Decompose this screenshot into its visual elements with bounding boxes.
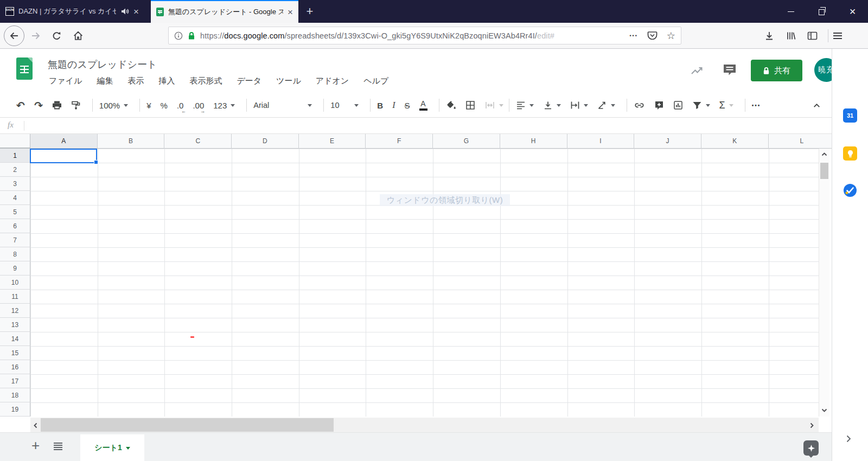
insert-chart-button[interactable]	[673, 100, 683, 110]
scroll-up-icon[interactable]	[821, 152, 827, 157]
window-minimize-button[interactable]	[775, 0, 806, 23]
tasks-icon[interactable]	[843, 183, 857, 197]
sheets-logo-icon[interactable]	[16, 57, 33, 80]
selected-cell-a1[interactable]	[30, 149, 97, 163]
undo-button[interactable]: ↶	[16, 100, 25, 111]
window-close-button[interactable]: ×	[837, 0, 868, 23]
cells-area[interactable]	[30, 149, 819, 417]
row-header-11[interactable]: 11	[0, 290, 30, 304]
column-header-I[interactable]: I	[567, 134, 635, 149]
select-all-corner[interactable]	[0, 134, 30, 149]
fill-color-button[interactable]	[446, 100, 456, 110]
menu-編集[interactable]: 編集	[97, 76, 113, 86]
merge-cells-button[interactable]	[484, 100, 503, 110]
text-wrap-button[interactable]	[570, 101, 588, 110]
new-tab-button[interactable]: +	[298, 0, 321, 23]
row-header-15[interactable]: 15	[0, 346, 30, 360]
format-percent-button[interactable]: %	[161, 101, 168, 110]
row-header-8[interactable]: 8	[0, 247, 30, 261]
close-tab-icon[interactable]: ×	[288, 8, 293, 17]
row-header-18[interactable]: 18	[0, 388, 30, 402]
fill-handle[interactable]	[94, 160, 98, 164]
column-header-G[interactable]: G	[433, 134, 500, 149]
column-header-F[interactable]: F	[366, 134, 433, 149]
bookmark-star-icon[interactable]: ☆	[667, 31, 675, 41]
filter-button[interactable]	[692, 101, 710, 110]
zoom-select[interactable]: 100%	[99, 101, 128, 110]
more-toolbar-button[interactable]: •••	[752, 103, 761, 108]
menu-ヘルプ[interactable]: ヘルプ	[363, 76, 388, 86]
print-button[interactable]	[52, 100, 62, 110]
font-size-select[interactable]: 10	[330, 101, 359, 110]
column-header-C[interactable]: C	[164, 134, 232, 149]
menu-表示[interactable]: 表示	[127, 76, 144, 86]
scroll-down-icon[interactable]	[821, 408, 827, 413]
redo-button[interactable]: ↷	[34, 100, 43, 111]
insert-link-button[interactable]	[634, 100, 645, 110]
column-header-D[interactable]: D	[232, 134, 299, 149]
scroll-right-icon[interactable]	[809, 422, 814, 428]
paint-format-button[interactable]	[71, 100, 81, 110]
insert-comment-button[interactable]	[654, 100, 664, 110]
browser-tab-sheets-active[interactable]: 無題のスプレッドシート - Google ス ×	[151, 0, 298, 23]
vertical-align-button[interactable]	[543, 101, 561, 110]
library-icon[interactable]	[786, 31, 796, 41]
page-actions-icon[interactable]: •••	[629, 33, 637, 39]
document-title[interactable]: 無題のスプレッドシート	[48, 58, 157, 71]
all-sheets-button[interactable]	[53, 442, 63, 451]
reload-button[interactable]	[52, 31, 62, 41]
column-header-E[interactable]: E	[299, 134, 366, 149]
home-button[interactable]	[73, 30, 84, 41]
formula-bar[interactable]: fx	[0, 118, 832, 134]
add-sheet-button[interactable]: +	[31, 437, 40, 454]
column-header-J[interactable]: J	[634, 134, 701, 149]
row-header-10[interactable]: 10	[0, 276, 30, 290]
text-color-button[interactable]: A	[419, 100, 427, 111]
column-header-L[interactable]: L	[769, 134, 832, 149]
row-header-19[interactable]: 19	[0, 402, 30, 417]
menu-アドオン[interactable]: アドオン	[316, 76, 349, 86]
sidebars-icon[interactable]	[807, 31, 818, 40]
forward-button[interactable]	[30, 30, 41, 41]
row-header-9[interactable]: 9	[0, 261, 30, 276]
vertical-scrollbar[interactable]	[819, 149, 829, 417]
bold-button[interactable]: B	[377, 101, 383, 110]
url-text[interactable]: https://docs.google.com/spreadsheets/d/1…	[200, 31, 624, 40]
font-family-select[interactable]: Arial	[253, 101, 312, 110]
row-header-4[interactable]: 4	[0, 191, 30, 205]
scroll-left-icon[interactable]	[33, 422, 38, 428]
horizontal-align-button[interactable]	[516, 101, 534, 110]
pocket-icon[interactable]	[647, 31, 658, 40]
row-header-2[interactable]: 2	[0, 163, 30, 177]
keep-icon[interactable]	[843, 146, 857, 161]
decrease-decimal-button[interactable]: .0←	[177, 101, 184, 110]
https-lock-icon[interactable]	[188, 31, 195, 40]
row-header-7[interactable]: 7	[0, 233, 30, 247]
row-header-1[interactable]: 1	[0, 149, 30, 163]
row-header-6[interactable]: 6	[0, 219, 30, 233]
row-header-17[interactable]: 17	[0, 374, 30, 388]
text-rotation-button[interactable]	[597, 101, 615, 110]
explore-button[interactable]	[803, 440, 819, 456]
column-header-A[interactable]: A	[30, 134, 98, 149]
menu-ファイル[interactable]: ファイル	[49, 76, 82, 86]
format-currency-button[interactable]: ¥	[146, 101, 151, 110]
increase-decimal-button[interactable]: .00→	[193, 101, 204, 110]
menu-表示形式[interactable]: 表示形式	[189, 76, 222, 86]
row-header-14[interactable]: 14	[0, 332, 30, 346]
strikethrough-button[interactable]: S	[404, 101, 410, 110]
url-bar[interactable]: https://docs.google.com/spreadsheets/d/1…	[168, 27, 681, 44]
window-restore-button[interactable]	[806, 0, 837, 23]
row-header-12[interactable]: 12	[0, 304, 30, 318]
comment-history-icon[interactable]	[723, 63, 737, 76]
collapse-panel-icon[interactable]	[846, 435, 851, 443]
close-tab-icon[interactable]: ×	[133, 7, 139, 16]
row-header-13[interactable]: 13	[0, 318, 30, 332]
tab-audio-icon[interactable]	[120, 8, 129, 15]
calendar-icon[interactable]: 31	[843, 108, 857, 123]
more-formats-button[interactable]: 123	[213, 101, 235, 110]
menu-データ[interactable]: データ	[237, 76, 261, 86]
menu-ツール[interactable]: ツール	[276, 76, 301, 86]
browser-tab-dazn[interactable]: DAZN DAZN | ガラタサライ vs カイセリ ×	[0, 0, 144, 23]
share-button[interactable]: 共有	[751, 60, 802, 81]
